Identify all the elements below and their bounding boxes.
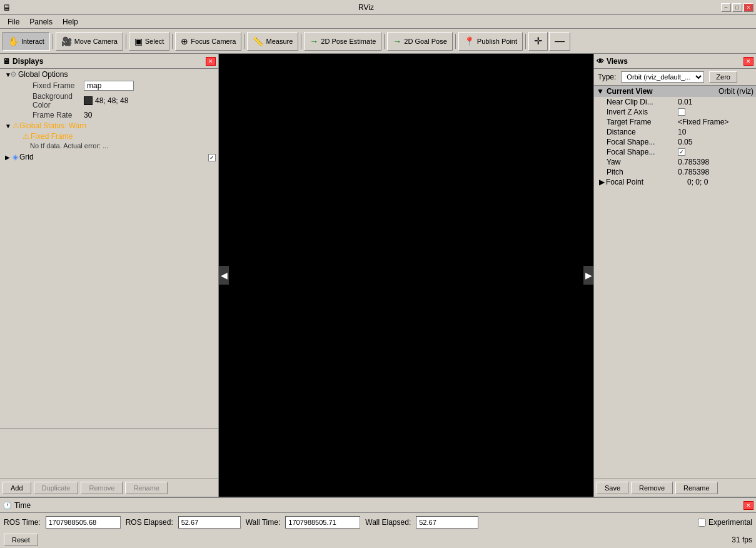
focus-camera-button[interactable]: ⊕ Focus Camera [175, 32, 241, 51]
views-close-button[interactable]: ✕ [743, 57, 753, 66]
save-button[interactable]: Save [597, 482, 628, 494]
fixed-frame-value[interactable]: map [84, 81, 134, 91]
invert-z-row: Invert Z Axis [594, 107, 756, 117]
global-status-row[interactable]: ▼ ⚠ Global Status: Warn [0, 120, 218, 131]
focus-camera-label: Focus Camera [191, 38, 236, 45]
time-bottom-row: Reset 31 fps [0, 532, 756, 548]
reset-button[interactable]: Reset [4, 534, 38, 546]
wall-time-input[interactable] [285, 516, 360, 529]
background-color-row: Background Color 48; 48; 48 [0, 91, 218, 110]
current-view-label: Current View [607, 87, 653, 96]
current-view-header[interactable]: ▼ Current View Orbit (rviz) [594, 86, 756, 97]
goal-pose-label: 2D Goal Pose [404, 38, 446, 45]
displays-bottom-area [0, 429, 218, 479]
menu-help[interactable]: Help [58, 16, 83, 28]
invert-z-checkbox[interactable] [678, 108, 685, 116]
time-fields-row: ROS Time: ROS Elapsed: Wall Time: Wall E… [0, 513, 756, 532]
title-bar-left: 🖥 [3, 3, 11, 13]
time-close-button[interactable]: ✕ [743, 501, 753, 510]
publish-point-button[interactable]: 📍 Publish Point [458, 32, 523, 51]
displays-close-button[interactable]: ✕ [206, 57, 216, 66]
interact-button[interactable]: ✋ Interact [3, 32, 50, 51]
toolbar-sep-6 [384, 34, 385, 49]
experimental-container: Experimental [698, 518, 752, 527]
move-camera-button[interactable]: 🎥 Move Camera [56, 32, 123, 51]
grid-row[interactable]: ▶ ◈ Grid ✓ [0, 151, 218, 163]
time-clock-icon: 🕐 [3, 501, 12, 510]
3d-viewport[interactable] [219, 54, 593, 497]
focal-shape-2-name: Focal Shape... [597, 148, 678, 156]
focal-point-row[interactable]: ▶ Focal Point 0; 0; 0 [594, 177, 756, 187]
toolbar-sep-8 [525, 34, 526, 49]
global-options-row[interactable]: ▼ ⚙ Global Options [0, 69, 218, 80]
grid-checkbox[interactable]: ✓ [208, 153, 216, 161]
focal-shape-1-value: 0.05 [678, 138, 692, 146]
goal-pose-button[interactable]: → 2D Goal Pose [387, 32, 452, 51]
wall-elapsed-input[interactable] [416, 516, 478, 529]
target-frame-row: Target Frame <Fixed Frame> [594, 117, 756, 127]
toolbar-sep-1 [53, 34, 53, 49]
displays-panel-title: 🖥 Displays [3, 57, 43, 66]
interact-icon: ✋ [8, 36, 19, 46]
measure-icon: 📏 [253, 36, 263, 46]
wall-elapsed-label: Wall Elapsed: [365, 518, 411, 527]
viewport-arrow-right[interactable]: ▶ [583, 266, 593, 285]
window-title: RViz [11, 3, 721, 12]
wall-time-label: Wall Time: [246, 518, 281, 527]
focal-shape-2-checkbox[interactable]: ✓ [678, 148, 685, 156]
views-panel-title: 👁 Views [597, 57, 628, 66]
fixed-frame-row: Fixed Frame map [0, 80, 218, 91]
zero-button[interactable]: Zero [709, 71, 737, 83]
interact-label: Interact [21, 38, 44, 45]
viewport-arrow-left[interactable]: ◀ [219, 266, 229, 285]
fixed-frame-name: Fixed Frame [3, 81, 84, 90]
add-icon-button[interactable]: ✛ [528, 32, 548, 51]
ros-elapsed-input[interactable] [178, 516, 241, 529]
minimize-button[interactable]: − [721, 3, 731, 12]
fixed-frame-error-label[interactable]: Fixed Frame [31, 132, 73, 141]
maximize-button[interactable]: □ [732, 3, 742, 12]
pitch-value: 0.785398 [678, 168, 709, 176]
type-select[interactable]: Orbit (rviz_default_... [621, 71, 704, 83]
menu-panels[interactable]: Panels [24, 16, 58, 28]
viewport-panel: ◀ ▶ [219, 54, 593, 497]
toolbar-sep-3 [172, 34, 173, 49]
toolbar: ✋ Interact 🎥 Move Camera ▣ Select ⊕ Focu… [0, 29, 756, 54]
global-status-arrow: ▼ [5, 123, 13, 129]
select-button[interactable]: ▣ Select [129, 32, 170, 51]
publish-point-icon: 📍 [464, 36, 475, 46]
menu-file[interactable]: File [3, 16, 24, 28]
global-status-label: Global Status: Warn [19, 121, 86, 130]
experimental-checkbox[interactable] [698, 519, 706, 527]
views-content: ▼ Current View Orbit (rviz) Near Clip Di… [594, 86, 756, 479]
select-icon: ▣ [134, 36, 143, 46]
background-color-swatch[interactable] [84, 96, 93, 105]
global-options-label: Global Options [18, 70, 68, 79]
focal-point-expand: ▶ [597, 178, 605, 186]
views-buttons: Save Remove Rename [594, 479, 756, 497]
displays-panel-header: 🖥 Displays ✕ [0, 54, 218, 69]
distance-value: 10 [678, 128, 686, 136]
views-type-row: Type: Orbit (rviz_default_... Zero [594, 69, 756, 86]
remove-button[interactable]: Remove [81, 482, 123, 494]
minus-icon-button[interactable]: — [549, 32, 570, 51]
global-status-warn-icon: ⚠ [13, 121, 19, 130]
close-button[interactable]: × [743, 3, 753, 12]
pose-estimate-icon: → [310, 36, 318, 46]
ros-time-input[interactable] [46, 516, 121, 529]
duplicate-button[interactable]: Duplicate [34, 482, 79, 494]
fixed-frame-error-row: ⚠ Fixed Frame [0, 131, 218, 141]
main-content: 🖥 Displays ✕ ▼ ⚙ Global Options Fixed Fr… [0, 54, 756, 497]
rename-button[interactable]: Rename [125, 482, 168, 494]
pose-estimate-button[interactable]: → 2D Pose Estimate [304, 32, 381, 51]
views-remove-button[interactable]: Remove [631, 482, 673, 494]
measure-button[interactable]: 📏 Measure [247, 32, 298, 51]
grid-icon: ◈ [13, 153, 18, 161]
experimental-label: Experimental [708, 518, 752, 527]
views-rename-button[interactable]: Rename [675, 482, 718, 494]
add-button[interactable]: Add [3, 482, 31, 494]
toolbar-sep-4 [244, 34, 244, 49]
ros-time-label: ROS Time: [4, 518, 41, 527]
background-color-value: 48; 48; 48 [95, 96, 128, 105]
time-close-icon[interactable]: ✕ [743, 501, 753, 510]
